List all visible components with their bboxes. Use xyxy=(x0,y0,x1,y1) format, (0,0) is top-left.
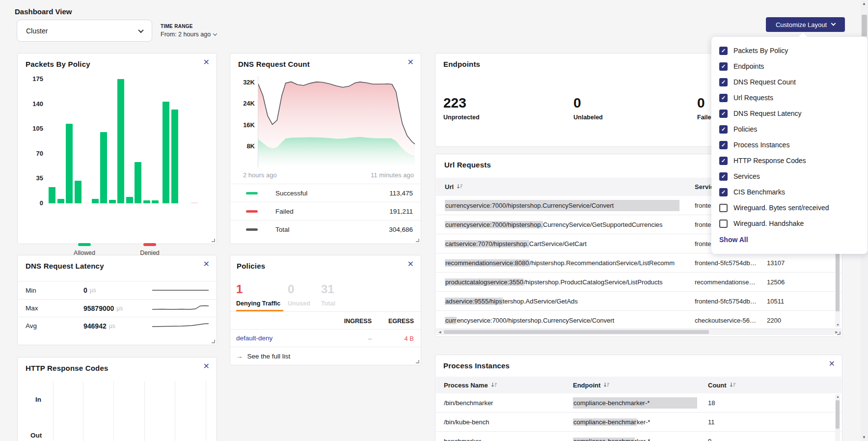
close-icon[interactable]: ✕ xyxy=(203,58,210,66)
column-header-count[interactable]: Count xyxy=(708,382,747,389)
y-tick-label: 105 xyxy=(27,125,43,132)
policies-tab-denying-traffic[interactable]: 1Denying Traffic xyxy=(236,282,280,307)
close-icon[interactable]: ✕ xyxy=(203,362,210,370)
bar-allowed xyxy=(83,203,90,203)
checkbox-checked[interactable]: ✓ xyxy=(719,47,728,55)
checkbox-checked[interactable]: ✓ xyxy=(719,94,728,102)
y-tick-label: 24K xyxy=(233,100,255,107)
show-all-link[interactable]: Show All xyxy=(719,236,868,244)
policy-link[interactable]: default-deny xyxy=(236,334,272,342)
menu-item-services[interactable]: ✓Services xyxy=(719,168,868,184)
checkbox-checked[interactable]: ✓ xyxy=(719,172,728,181)
checkbox-checked[interactable]: ✓ xyxy=(719,62,728,71)
latency-label: Avg xyxy=(26,322,83,330)
menu-item-wireguard-handshake[interactable]: Wireguard. Handshake xyxy=(719,216,868,231)
see-full-list-link[interactable]: → See the full list xyxy=(236,353,290,360)
menu-item-label: DNS Request Count xyxy=(733,78,796,86)
close-icon[interactable]: ✕ xyxy=(203,260,210,268)
legend-label: Failed xyxy=(275,208,294,215)
gridline xyxy=(113,381,114,441)
customize-layout-button[interactable]: Customize Layout xyxy=(766,17,845,32)
menu-item-http-response-codes[interactable]: ✓HTTP Response Codes xyxy=(719,153,868,168)
y-tick-label: 140 xyxy=(27,100,43,108)
legend-swatch xyxy=(246,192,258,194)
process-name-cell: /bin/benchmarker xyxy=(444,399,567,407)
resize-handle[interactable] xyxy=(212,239,215,242)
url-table-row[interactable]: productcatalogservice:3550/hipstershop.P… xyxy=(436,273,841,292)
menu-item-dns-request-count[interactable]: ✓DNS Request Count xyxy=(719,74,868,90)
process-table-row[interactable]: /bin/kube-benchcompliance-benchmarker-*1… xyxy=(436,413,841,432)
page-scrollbar-thumb[interactable] xyxy=(862,15,867,36)
menu-item-packets-by-policy[interactable]: ✓Packets By Policy xyxy=(719,43,868,58)
menu-notch xyxy=(798,32,807,41)
time-range: TIME RANGE From: 2 hours ago xyxy=(161,24,217,38)
checkbox-checked[interactable]: ✓ xyxy=(719,78,728,86)
menu-item-policies[interactable]: ✓Policies xyxy=(719,121,868,137)
page-title: Dashboard View xyxy=(15,7,72,16)
menu-item-label: Wireguard. Bytes sent/received xyxy=(733,204,829,212)
checkbox-checked[interactable]: ✓ xyxy=(719,110,728,118)
url-table-row[interactable]: adservice:9555/hipstershop.AdService/Get… xyxy=(436,292,841,311)
endpoint-highlight: compliance-benchmarker-* xyxy=(573,397,697,409)
time-range-value[interactable]: From: 2 hours ago xyxy=(161,31,217,38)
tab-count: 1 xyxy=(236,282,280,296)
latency-value: 0 xyxy=(83,286,87,294)
close-icon[interactable]: ✕ xyxy=(407,260,414,268)
stat-label: Unprotected xyxy=(443,114,480,121)
menu-item-url-requests[interactable]: ✓Url Requests xyxy=(719,90,868,106)
endpoint-stat-unlabeled: 0Unlabeled xyxy=(573,95,603,121)
menu-item-endpoints[interactable]: ✓Endpoints xyxy=(719,58,868,74)
scroll-up-icon[interactable]: ▲ xyxy=(862,1,866,6)
bar-allowed xyxy=(75,181,81,203)
latency-row-avg: Avg946942µs xyxy=(18,317,217,334)
process-table-row[interactable]: benchmarkercompliance-benchmarker-*9 xyxy=(436,432,841,441)
url-table-row[interactable]: currencyservice:7000/hipstershop.Currenc… xyxy=(436,311,841,330)
checkbox-checked[interactable]: ✓ xyxy=(719,125,728,134)
sparkline xyxy=(152,303,209,313)
checkbox-checked[interactable]: ✓ xyxy=(719,157,728,165)
column-header-url[interactable]: Url xyxy=(445,183,690,191)
y-tick-label: 16K xyxy=(233,121,255,129)
process-name-cell: benchmarker xyxy=(444,438,567,441)
resize-handle[interactable] xyxy=(837,331,841,335)
menu-item-dns-request-latency[interactable]: ✓DNS Request Latency xyxy=(719,106,868,121)
policies-tab-total[interactable]: 31Total xyxy=(321,282,335,307)
latency-unit: µs xyxy=(116,305,123,312)
count-cell: 10511 xyxy=(767,298,806,305)
card-title: DNS Request Latency xyxy=(26,262,104,270)
url-highlight: productcatalogservice:3550 xyxy=(445,278,524,286)
url-text: /hipstershop.ProductCatalogService/ListP… xyxy=(524,278,663,286)
url-table-row[interactable]: recommendationservice:8080/hipstershop.R… xyxy=(436,253,841,273)
menu-item-wireguard-bytes-sent-received[interactable]: Wireguard. Bytes sent/received xyxy=(719,200,868,216)
latency-label: Min xyxy=(26,287,83,294)
policies-tab-unused[interactable]: 0Unused xyxy=(288,282,310,307)
menu-item-cis-benchmarks[interactable]: ✓CIS Benchmarks xyxy=(719,184,868,200)
checkbox-checked[interactable]: ✓ xyxy=(719,141,728,149)
time-range-label: TIME RANGE xyxy=(161,24,217,29)
checkbox-unchecked[interactable] xyxy=(719,220,728,228)
bar-denied xyxy=(191,202,198,203)
resize-handle[interactable] xyxy=(416,360,419,363)
checkbox-checked[interactable]: ✓ xyxy=(719,188,728,196)
policies-table-header: INGRESS EGRESS xyxy=(230,312,421,330)
stat-value: 0 xyxy=(573,95,603,111)
resize-handle[interactable] xyxy=(416,239,419,242)
resize-handle[interactable] xyxy=(212,340,215,343)
view-selector-value: Cluster xyxy=(26,27,48,35)
checkbox-unchecked[interactable] xyxy=(719,204,728,212)
view-selector-dropdown[interactable]: Cluster xyxy=(17,20,152,42)
chevron-down-icon xyxy=(213,31,217,35)
tab-label: Unused xyxy=(288,300,310,307)
gridline xyxy=(144,381,145,441)
process-table-scrollbar[interactable]: ▲ xyxy=(835,394,840,441)
tab-label: Denying Traffic xyxy=(236,300,280,307)
column-header-endpoint[interactable]: Endpoint xyxy=(573,382,703,389)
url-table-horizontal-scrollbar[interactable]: ◄ ► xyxy=(436,329,841,335)
scroll-down-icon[interactable]: ▼ xyxy=(862,435,866,440)
close-icon[interactable]: ✕ xyxy=(407,58,414,66)
process-table-row[interactable]: /bin/benchmarkercompliance-benchmarker-*… xyxy=(436,393,841,413)
column-header-process-name[interactable]: Process Name xyxy=(444,382,567,389)
close-icon[interactable]: ✕ xyxy=(829,360,835,368)
sparkline xyxy=(152,285,209,295)
menu-item-process-instances[interactable]: ✓Process Instances xyxy=(719,137,868,153)
